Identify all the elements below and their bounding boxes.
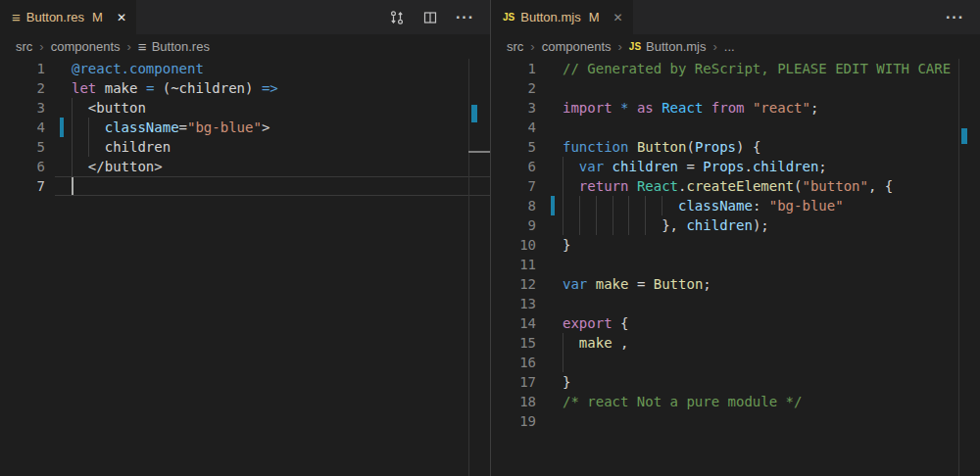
code-line[interactable]: 7 xyxy=(0,176,490,196)
code-token: . xyxy=(744,159,752,174)
gutter: 6 xyxy=(0,157,72,176)
js-file-icon: JS xyxy=(629,41,641,52)
code-text: }, children); xyxy=(563,215,980,235)
tab-button-res[interactable]: ≡ Button.res M ✕ xyxy=(0,0,136,34)
breadcrumb-item[interactable]: components xyxy=(51,39,121,54)
close-icon[interactable]: ✕ xyxy=(117,11,126,24)
code-line[interactable]: 1@react.component xyxy=(0,59,490,78)
code-token xyxy=(745,100,753,116)
code-line[interactable]: 15 make , xyxy=(491,333,980,353)
code-token: ) { xyxy=(736,139,760,155)
indent-guide xyxy=(596,215,597,235)
line-number: 6 xyxy=(0,157,45,176)
code-line[interactable]: 8 className: "bg-blue" xyxy=(491,196,980,215)
code-editor-res[interactable]: 1@react.component2let make = (~children)… xyxy=(0,59,490,476)
breadcrumb-item[interactable]: ... xyxy=(724,39,735,54)
line-number: 3 xyxy=(0,98,45,118)
more-actions-icon[interactable]: ··· xyxy=(946,10,964,25)
code-line[interactable]: 4 xyxy=(491,118,980,137)
gutter: 7 xyxy=(0,176,72,196)
line-number: 13 xyxy=(491,294,536,313)
code-token: ; xyxy=(703,276,710,292)
breadcrumb-item[interactable]: JSButton.mjs xyxy=(629,39,707,54)
code-line[interactable]: 12var make = Button; xyxy=(491,274,980,294)
code-token: Button xyxy=(654,276,704,292)
code-text: <button xyxy=(72,98,490,118)
close-icon[interactable]: ✕ xyxy=(613,11,623,24)
code-token: (~children) xyxy=(154,80,262,96)
gutter: 1 xyxy=(491,59,563,78)
code-line[interactable]: 19 xyxy=(491,411,980,431)
code-line[interactable]: 4 className="bg-blue"> xyxy=(0,118,490,137)
line-number: 14 xyxy=(491,313,536,333)
code-line[interactable]: 3 <button xyxy=(0,98,490,118)
tab-bar: ≡ Button.res M ✕ ··· xyxy=(0,0,490,34)
code-token: var xyxy=(563,276,587,292)
modified-badge: M xyxy=(92,10,103,24)
gutter: 7 xyxy=(491,176,563,196)
code-line[interactable]: 2let make = (~children) => xyxy=(0,78,490,98)
overview-ruler-border xyxy=(468,59,469,476)
indent-guide xyxy=(72,98,73,118)
breadcrumb-separator-icon: › xyxy=(713,39,717,54)
editor-pane-right: JS Button.mjs M ✕ ··· src›components›JSB… xyxy=(490,0,980,476)
code-line[interactable]: 6 </button> xyxy=(0,157,490,176)
code-token: = xyxy=(179,119,187,135)
breadcrumb-separator-icon: › xyxy=(530,39,534,54)
code-token: , { xyxy=(868,178,893,194)
code-token xyxy=(612,100,620,116)
split-editor-icon[interactable] xyxy=(422,10,438,25)
code-line[interactable]: 18/* react Not a pure module */ xyxy=(491,392,980,411)
code-token: ( xyxy=(686,139,694,155)
code-text: function Button(Props) { xyxy=(563,137,980,157)
code-line[interactable]: 3import * as React from "react"; xyxy=(491,98,980,118)
code-line[interactable]: 6 var children = Props.children; xyxy=(491,157,980,176)
code-line[interactable]: 17} xyxy=(491,372,980,392)
code-token: } xyxy=(563,237,570,253)
breadcrumb-label: ... xyxy=(724,39,735,54)
editor-pane-left: ≡ Button.res M ✕ ··· src›c xyxy=(0,0,490,476)
compare-changes-icon[interactable] xyxy=(389,10,405,25)
code-text: className: "bg-blue" xyxy=(563,196,980,215)
indent-guide xyxy=(645,215,646,235)
breadcrumb-item[interactable]: ≡Button.res xyxy=(138,39,210,54)
code-line[interactable]: 5function Button(Props) { xyxy=(491,137,980,157)
code-line[interactable]: 1// Generated by ReScript, PLEASE EDIT W… xyxy=(491,59,980,78)
code-text: </button> xyxy=(72,157,490,176)
tab-title: Button.mjs xyxy=(520,10,580,24)
breadcrumb-label: components xyxy=(51,39,121,54)
code-line[interactable]: 7 return React.createElement("button", { xyxy=(491,176,980,196)
code-line[interactable]: 13 xyxy=(491,294,980,313)
line-number: 18 xyxy=(491,392,536,411)
code-line[interactable]: 5 children xyxy=(0,137,490,157)
code-line[interactable]: 11 xyxy=(491,255,980,274)
line-number: 17 xyxy=(491,372,536,392)
tab-button-mjs[interactable]: JS Button.mjs M ✕ xyxy=(491,0,633,34)
code-text: children xyxy=(72,137,490,157)
indent-guide xyxy=(72,118,73,137)
line-number: 4 xyxy=(0,118,45,137)
more-actions-icon[interactable]: ··· xyxy=(456,10,474,25)
indent-guide xyxy=(563,196,564,215)
code-line[interactable]: 2 xyxy=(491,78,980,98)
code-token: createElement xyxy=(686,178,794,194)
code-editor-mjs[interactable]: 1// Generated by ReScript, PLEASE EDIT W… xyxy=(491,59,980,476)
code-line[interactable]: 10} xyxy=(491,235,980,255)
line-number: 9 xyxy=(491,215,536,235)
code-line[interactable]: 14export { xyxy=(491,313,980,333)
code-line[interactable]: 9 }, children); xyxy=(491,215,980,235)
indent-guide xyxy=(612,196,613,215)
breadcrumb-item[interactable]: src xyxy=(16,39,32,54)
indent-guide xyxy=(72,137,73,157)
breadcrumb-label: src xyxy=(16,39,32,54)
code-token: React xyxy=(637,178,678,194)
line-number: 11 xyxy=(491,255,536,274)
code-token: className xyxy=(678,198,753,214)
breadcrumb-item[interactable]: components xyxy=(542,39,612,54)
code-text: let make = (~children) => xyxy=(72,78,490,98)
code-token xyxy=(587,276,595,292)
breadcrumb-item[interactable]: src xyxy=(507,39,523,54)
code-line[interactable]: 16 xyxy=(491,353,980,372)
code-text: var children = Props.children; xyxy=(563,157,980,176)
line-number: 7 xyxy=(491,176,536,196)
